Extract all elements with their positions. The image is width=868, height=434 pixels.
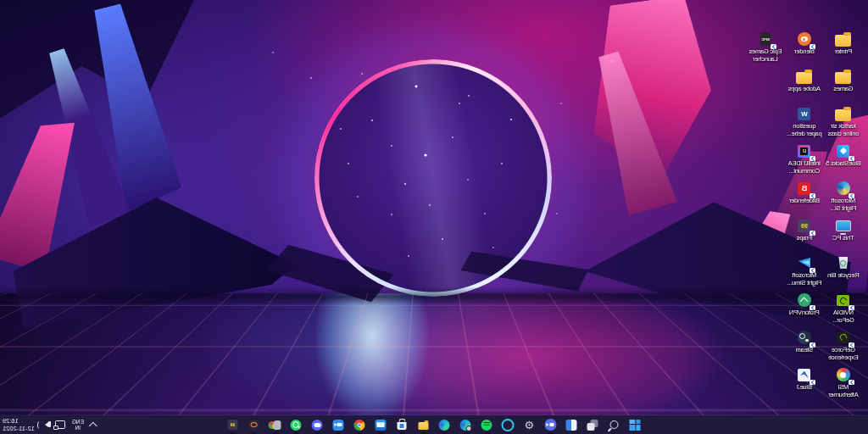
taskbar-neon-ring-app[interactable] (501, 418, 516, 431)
system-tray: ENG IN 16:29 12-11-2021 (3, 415, 96, 434)
desktop-icon-kartick-sir-online-class[interactable]: kartick sir online class (824, 103, 863, 141)
desktop-icon-printer[interactable]: Printer (824, 29, 863, 66)
icon-label: This PC (832, 235, 854, 242)
bitdefender-icon: B (798, 182, 811, 195)
taskbar-fraps[interactable]: 99 (225, 418, 241, 431)
desktop-icon-bluej[interactable]: BlueJ (785, 364, 824, 402)
discord-icon (312, 420, 323, 431)
desktop-icon-fraps[interactable]: 99Fraps (785, 215, 824, 253)
shortcut-arrow-icon (849, 305, 855, 311)
fraps-taskbar-icon: 99 (228, 420, 238, 430)
desktop-icon-intellij[interactable]: IJIntelliJ IDEA Communi... (785, 141, 824, 178)
shortcut-arrow-icon (810, 44, 816, 50)
widgets-button[interactable] (565, 418, 580, 431)
taskbar-microsoft-store[interactable] (395, 418, 410, 431)
folder-icon (797, 72, 813, 84)
desktop-icon-flight-simulator-2[interactable]: Microsoft Flight Simu... (785, 253, 824, 290)
hidden-icons-chevron[interactable] (90, 421, 97, 429)
desktop-icon-bitdefender[interactable]: BBitdefender (785, 178, 824, 215)
word-document-icon: W (798, 108, 811, 120)
taskbar-clock[interactable]: 16:29 12-11-2021 (3, 417, 35, 432)
icon-label: MSI Afterburner (824, 384, 863, 398)
gear-icon: ⚙ (525, 420, 535, 431)
shortcut-arrow-icon (810, 268, 816, 274)
icon-label: BlueStacks 5 (826, 160, 860, 168)
taskbar-mail[interactable] (374, 418, 389, 431)
shortcut-arrow-icon (810, 231, 816, 236)
task-view-button[interactable] (586, 418, 601, 431)
desktop-icon-nvidia[interactable]: NVIDIA GeFor... (824, 290, 863, 327)
desktop-icon-this-pc[interactable]: This PC (824, 215, 863, 253)
file-explorer-icon (419, 422, 429, 430)
icon-label: GeForce Experience (824, 347, 863, 361)
icon-label: IntelliJ IDEA Communi... (785, 160, 824, 175)
desktop-icon-question-paper[interactable]: Wquestion paper debe... (785, 103, 824, 141)
network-icon[interactable] (55, 420, 65, 429)
whatsapp-icon (291, 420, 302, 431)
blender-taskbar-icon (248, 420, 259, 431)
spotify-icon (481, 420, 492, 431)
language-indicator[interactable]: ENG IN (72, 419, 84, 431)
zoom-icon (333, 420, 344, 431)
taskbar-chrome-utility[interactable] (268, 418, 283, 431)
folder-icon (836, 109, 852, 121)
desktop-icon-blender[interactable]: blender (785, 29, 824, 66)
desktop-icon-msi-afterburner[interactable]: MSI Afterburner (824, 364, 863, 402)
desktop-icon-adobe-apps[interactable]: Adobe apps (785, 66, 824, 103)
paper-plane-icon (798, 258, 810, 268)
geforce-icon (837, 332, 850, 343)
icon-label: NVIDIA GeFor... (824, 309, 863, 324)
icon-label: Recycle Bin (827, 272, 859, 280)
taskbar-edge-badged[interactable] (459, 418, 474, 431)
icon-label: question paper debe... (785, 123, 824, 137)
desktop-icon-steam[interactable]: Steam (785, 327, 824, 364)
desktop-icon-epic-games[interactable]: EPICEpic Games Launcher (746, 29, 785, 66)
desktop-icon-protonvpn[interactable]: ProtonVPN (785, 290, 824, 327)
taskbar-chrome[interactable] (353, 418, 368, 431)
taskbar-file-explorer[interactable] (416, 418, 431, 431)
folder-icon (836, 35, 852, 47)
shortcut-arrow-icon (849, 156, 855, 162)
volume-icon[interactable] (45, 422, 48, 427)
fraps-icon: 99 (798, 220, 811, 232)
taskbar-pinned-apps: ⚙ 99 (225, 415, 643, 434)
desktop-icon-geforce-experience[interactable]: GeForce Experience (824, 327, 863, 364)
taskbar-blender[interactable] (247, 418, 262, 431)
search-button[interactable] (607, 418, 622, 431)
widgets-icon (566, 420, 577, 431)
taskbar-video-call-app[interactable] (543, 418, 559, 431)
neon-ring (314, 59, 552, 297)
taskbar-zoom[interactable] (331, 418, 347, 431)
folder-icon (836, 72, 852, 84)
taskbar-spotify[interactable] (480, 418, 495, 431)
shortcut-arrow-icon (810, 305, 816, 311)
shortcut-arrow-icon (810, 156, 816, 162)
mirrored-windows-desktop: Printer Games kartick sir online class B… (0, 0, 868, 434)
shortcut-arrow-icon (810, 193, 816, 199)
taskbar-settings[interactable]: ⚙ (522, 418, 537, 431)
horizon-shadow (0, 287, 868, 305)
shortcut-arrow-icon (771, 44, 777, 50)
desktop-icon-recycle-bin[interactable]: Recycle Bin (824, 253, 863, 290)
taskbar-whatsapp[interactable] (289, 418, 304, 431)
epic-letters: EPIC (761, 37, 769, 42)
taskbar-edge[interactable] (437, 418, 453, 431)
recycle-bin-icon (839, 257, 849, 269)
shortcut-arrow-icon (849, 193, 855, 199)
icon-label: Epic Games Launcher (746, 48, 785, 63)
chrome-utility-icon (269, 420, 281, 431)
desktop-icon-games[interactable]: Games (824, 66, 863, 103)
desktop-icon-flight-simulator[interactable]: Microsoft Flight Si... (824, 178, 863, 215)
edge-icon-with-badge (460, 420, 471, 431)
desktop-icon-bluestacks[interactable]: BlueStacks 5 (824, 141, 863, 178)
bluestacks-icon (837, 145, 850, 158)
taskbar-discord[interactable] (310, 418, 326, 431)
chrome-icon (354, 420, 365, 431)
bluej-icon (798, 369, 811, 381)
windows-logo-icon (630, 420, 641, 431)
search-icon (610, 420, 619, 429)
icon-label: Fraps (797, 235, 812, 242)
ring-app-icon (502, 419, 515, 431)
icon-label: blender (794, 48, 815, 56)
start-button[interactable] (628, 418, 643, 431)
